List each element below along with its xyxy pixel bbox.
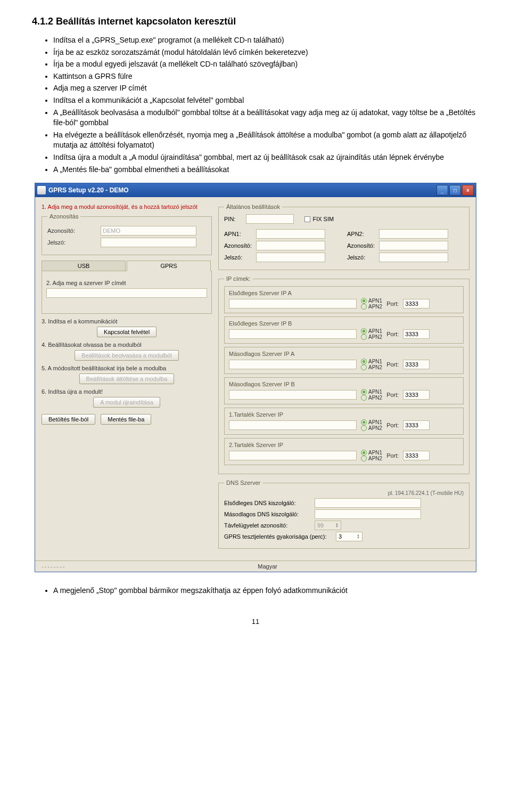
save-file-button[interactable]: Mentés file-ba — [101, 414, 151, 425]
ip-block-title: Másodlagos Szerver IP A — [229, 351, 459, 357]
server-ip-input[interactable] — [46, 288, 207, 298]
minimize-button[interactable]: _ — [436, 185, 448, 196]
maximize-button[interactable]: □ — [449, 185, 461, 196]
apn1-radio[interactable]: APN1 — [361, 389, 382, 395]
ip-block-0: Elsődleges Szerver IP AAPN1APN2Port: — [224, 286, 464, 313]
jel1-input[interactable] — [256, 253, 325, 262]
instruction-item: Ha elvégezte a beállítások ellenőrzését,… — [53, 130, 479, 151]
app-window: GPRS Setup v2.20 - DEMO _ □ × 1. Adja me… — [35, 183, 476, 572]
port-input[interactable] — [403, 329, 430, 339]
apn1-radio[interactable]: APN1 — [361, 359, 382, 364]
write-settings-button[interactable]: Beállítások áttöltése a modulba — [79, 373, 175, 384]
gprs-test-spinner[interactable]: 3▲▼ — [336, 532, 362, 541]
instruction-item: Adja meg a szerver IP címét — [53, 83, 479, 94]
restart-module-button[interactable]: A modul újraindítása — [93, 397, 160, 408]
pw-label: Jelszó: — [47, 239, 101, 246]
az1-input[interactable] — [256, 241, 325, 250]
step6-label: 6. Indítsa újra a modult! — [42, 388, 212, 395]
dns-hint: pl. 194.176.224.1 (T-mobile HU) — [224, 490, 464, 496]
auth-legend: Azonosítás — [47, 213, 80, 220]
read-settings-button[interactable]: Beállítások beolvasása a modulból — [75, 350, 178, 361]
dns2-input[interactable] — [315, 509, 421, 519]
dns-legend: DNS Szerver — [224, 480, 262, 486]
ip-addresses-legend: IP címek: — [224, 275, 253, 282]
az1-label: Azonosító: — [224, 242, 256, 249]
status-bar: -------- Magyar — [35, 561, 476, 572]
ip-block-5: 2.Tartalék Szerver IPAPN1APN2Port: — [224, 438, 464, 465]
apn1-radio[interactable]: APN1 — [361, 298, 382, 304]
apn2-radio[interactable]: APN2 — [361, 425, 382, 431]
port-input[interactable] — [403, 360, 430, 369]
connect-button[interactable]: Kapcsolat felvétel — [97, 327, 156, 337]
id-input[interactable] — [101, 226, 196, 236]
tavf-spinner[interactable]: 99▲▼ — [315, 521, 341, 530]
port-label: Port: — [386, 361, 399, 368]
footer-list: A megjelenő „Stop" gombbal bármikor megs… — [32, 586, 479, 596]
tab-usb[interactable]: USB — [42, 261, 126, 271]
close-button[interactable]: × — [462, 185, 474, 196]
az2-input[interactable] — [379, 241, 448, 250]
step1-text: 1. Adja meg a modul azonosítóját, és a h… — [42, 204, 212, 210]
port-label: Port: — [386, 392, 399, 398]
port-label: Port: — [386, 301, 399, 307]
port-input[interactable] — [403, 390, 430, 400]
ip-input[interactable] — [229, 390, 357, 400]
apn2-radio[interactable]: APN2 — [361, 395, 382, 401]
footer-bullet: A megjelenő „Stop" gombbal bármikor megs… — [53, 586, 458, 596]
fix-sim-checkbox[interactable]: FIX SIM — [304, 216, 334, 222]
jel2-input[interactable] — [379, 253, 448, 262]
instruction-item: A „Mentés file-ba" gombbal elmentheti a … — [53, 165, 479, 175]
ip-input[interactable] — [229, 329, 357, 339]
step3-label: 3. Indítsa el a kommunikációt — [42, 318, 212, 324]
apn1-radio[interactable]: APN1 — [361, 328, 382, 334]
apn1-radio[interactable]: APN1 — [361, 450, 382, 456]
ip-block-4: 1.Tartalék Szerver IPAPN1APN2Port: — [224, 408, 464, 435]
gprs-test-label: GPRS tesztjelentés gyakorisága (perc): — [224, 533, 336, 540]
app-icon — [37, 186, 46, 194]
apn1-radio[interactable]: APN1 — [361, 419, 382, 425]
ip-input[interactable] — [229, 451, 357, 460]
connection-tabs: USB GPRS — [42, 261, 212, 271]
apn2-radio[interactable]: APN2 — [361, 304, 382, 310]
ip-block-1: Elsődleges Szerver IP BAPN1APN2Port: — [224, 316, 464, 344]
pw-input[interactable] — [101, 238, 196, 247]
ip-input[interactable] — [229, 420, 357, 430]
instruction-item: Indítsa el a „GPRS_Setup.exe" programot … — [53, 35, 479, 46]
ip-input[interactable] — [229, 299, 357, 308]
ip-block-2: Másodlagos Szerver IP AAPN1APN2Port: — [224, 347, 464, 374]
apn2-input[interactable] — [379, 229, 448, 239]
jel1-label: Jelszó: — [224, 254, 256, 261]
dns1-input[interactable] — [315, 498, 421, 508]
dns2-label: Másodlagos DNS kiszolgáló: — [224, 511, 315, 517]
apn2-radio[interactable]: APN2 — [361, 456, 382, 461]
apn1-label: APN1: — [224, 231, 256, 237]
apn2-radio[interactable]: APN2 — [361, 364, 382, 370]
general-settings-legend: Általános beállítások — [224, 204, 282, 210]
pin-input[interactable] — [246, 214, 294, 224]
apn1-input[interactable] — [256, 229, 325, 239]
port-input[interactable] — [403, 299, 430, 308]
instruction-item: Indítsa újra a modult a „A modul újraind… — [53, 152, 479, 163]
dns-fieldset: DNS Szerver pl. 194.176.224.1 (T-mobile … — [218, 480, 469, 549]
dns1-label: Elsődleges DNS kiszolgáló: — [224, 500, 315, 506]
ip-block-3: Másodlagos Szerver IP BAPN1APN2Port: — [224, 377, 464, 404]
ip-block-title: Másodlagos Szerver IP B — [229, 381, 459, 387]
ip-input[interactable] — [229, 360, 357, 369]
tab-gprs[interactable]: GPRS — [127, 261, 211, 271]
jel2-label: Jelszó: — [347, 254, 379, 261]
apn2-radio[interactable]: APN2 — [361, 334, 382, 340]
language-label[interactable]: Magyar — [65, 563, 469, 570]
ip-block-title: 1.Tartalék Szerver IP — [229, 411, 459, 418]
port-input[interactable] — [403, 420, 430, 430]
titlebar: GPRS Setup v2.20 - DEMO _ □ × — [35, 183, 476, 197]
step2-label: 2. Adja meg a szerver IP címét — [46, 280, 207, 286]
load-file-button[interactable]: Betöltés file-ból — [42, 414, 95, 425]
page-number: 11 — [32, 618, 479, 626]
instruction-item: Indítsa el a kommunikációt a „Kapcsolat … — [53, 95, 479, 106]
window-title: GPRS Setup v2.20 - DEMO — [48, 186, 129, 194]
instruction-item: A „Beállítások beolvasása a modulból" go… — [53, 108, 479, 128]
instruction-list: Indítsa el a „GPRS_Setup.exe" programot … — [32, 35, 479, 175]
apn2-label: APN2: — [347, 231, 379, 237]
port-input[interactable] — [403, 451, 430, 460]
ip-block-title: Elsődleges Szerver IP B — [229, 320, 459, 327]
